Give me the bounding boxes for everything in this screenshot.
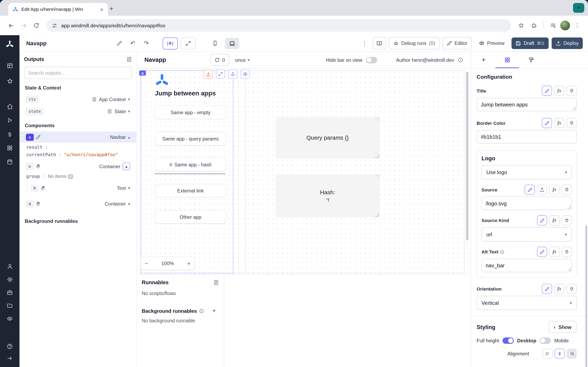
search-outputs-input[interactable]: [24, 67, 132, 79]
source-kind-select[interactable]: url ▾: [481, 227, 572, 242]
query-params-panel[interactable]: Query params {}: [276, 117, 380, 158]
redo-icon[interactable]: ↷: [141, 38, 151, 48]
media-queue-icon[interactable]: [548, 20, 559, 31]
fx-button[interactable]: fx: [549, 247, 560, 257]
fx-button[interactable]: fx: [549, 215, 560, 225]
full-height-toggle[interactable]: [502, 337, 514, 344]
anchor-component-button[interactable]: [228, 70, 237, 79]
rail-settings-icon[interactable]: [7, 275, 13, 284]
component-row-navbar[interactable]: a Navbar ▴: [20, 132, 137, 143]
zoom-in-button[interactable]: +: [187, 260, 190, 267]
connect-plug-button[interactable]: [562, 247, 572, 257]
edit-pencil-button[interactable]: [542, 118, 552, 128]
browser-menu-icon[interactable]: ⋮: [571, 20, 583, 31]
fullsize-component-button[interactable]: [216, 70, 225, 79]
align-right-button[interactable]: [567, 349, 577, 359]
state-row[interactable]: state State ▾: [24, 106, 132, 117]
edit-pencil-button[interactable]: [525, 185, 535, 195]
component-row-container-d[interactable]: d Container ▾: [24, 198, 132, 209]
back-button[interactable]: [5, 20, 17, 31]
rail-favorites-icon[interactable]: [7, 77, 13, 85]
insert-component-tab[interactable]: +: [472, 52, 495, 68]
tab-search-button[interactable]: ▾: [573, 3, 584, 13]
edit-name-pencil-icon[interactable]: [114, 38, 124, 48]
fx-button[interactable]: fx: [554, 86, 564, 96]
rail-apps-table-icon[interactable]: [7, 61, 13, 69]
component-settings-tab[interactable]: [495, 52, 519, 68]
resize-grip[interactable]: [567, 267, 571, 271]
hide-bar-toggle[interactable]: [366, 57, 377, 63]
pencil-icon[interactable]: [36, 135, 40, 139]
nav-link-external[interactable]: External link: [155, 184, 226, 197]
chevron-down-icon[interactable]: ▾: [128, 109, 130, 114]
move-component-button[interactable]: [241, 70, 250, 79]
chevron-down-icon[interactable]: ▾: [128, 201, 130, 206]
hash-panel[interactable]: Hash: "f: [276, 175, 380, 217]
mobile-toggle[interactable]: [540, 337, 551, 344]
edit-pencil-button[interactable]: [537, 215, 547, 225]
fx-button[interactable]: fx: [554, 284, 564, 294]
nav-link-empty[interactable]: Same app - empty: [155, 106, 226, 119]
config-scrollbar[interactable]: [585, 225, 587, 367]
grid-lines-toggle[interactable]: |0|: [163, 37, 178, 49]
expand-component-button[interactable]: [204, 70, 213, 79]
currentpath-line[interactable]: currentPath : "u/henri/navapp#foo": [24, 151, 132, 158]
undo-icon[interactable]: ↶: [127, 38, 138, 48]
chevron-up-icon[interactable]: ▴: [128, 134, 130, 140]
reload-button[interactable]: [31, 20, 42, 31]
add-background-runnable-button[interactable]: +: [209, 306, 219, 316]
app-canvas[interactable]: a Jump between apps Same app - empty Sam…: [137, 68, 471, 274]
nav-link-query-params[interactable]: Same app - query params: [155, 132, 226, 145]
extensions-puzzle-icon[interactable]: [528, 20, 540, 31]
component-row-container-e[interactable]: e Container ▴: [24, 161, 132, 172]
chevron-down-icon[interactable]: ▾: [128, 185, 130, 191]
mobile-view-button[interactable]: [208, 38, 222, 49]
tune-icon[interactable]: [52, 23, 57, 28]
more-menu-icon[interactable]: ⋮: [359, 38, 370, 48]
connect-plug-button[interactable]: [562, 185, 572, 195]
rail-audit-icon[interactable]: [7, 315, 13, 323]
ctx-row[interactable]: ctx App Context ▾: [24, 94, 132, 105]
align-left-button[interactable]: [543, 349, 553, 359]
bookmark-star-icon[interactable]: [516, 20, 527, 31]
rail-home-icon[interactable]: [7, 102, 13, 110]
forward-button[interactable]: [18, 20, 29, 31]
rail-resources-icon[interactable]: [7, 144, 13, 152]
outputs-doc-icon[interactable]: [126, 56, 132, 62]
deploy-button[interactable]: Deploy: [552, 38, 583, 49]
nav-link-hash[interactable]: # Same app - hash: [155, 158, 226, 171]
show-styling-button[interactable]: ‹ Show: [549, 321, 577, 333]
edit-pencil-button[interactable]: [542, 284, 552, 294]
edit-pencil-button[interactable]: [537, 247, 547, 257]
rail-help-icon[interactable]: [7, 342, 13, 350]
source-input[interactable]: [481, 197, 572, 210]
zoom-out-button[interactable]: −: [145, 260, 148, 267]
orientation-select[interactable]: Vertical ▾: [476, 296, 577, 310]
resize-grip[interactable]: [572, 106, 576, 110]
nav-link-other-app[interactable]: Other app: [155, 210, 226, 224]
component-row-text-b[interactable]: b Text ▾: [29, 182, 132, 193]
navbar-selection-outline[interactable]: [141, 70, 233, 273]
runnables-doc-icon[interactable]: [213, 280, 219, 285]
rail-folders-icon[interactable]: [7, 301, 13, 310]
rail-users-icon[interactable]: [7, 262, 13, 270]
chevron-down-icon[interactable]: ▾: [128, 97, 130, 102]
fx-button[interactable]: fx: [549, 185, 560, 195]
new-tab-button[interactable]: +: [107, 4, 116, 14]
upload-button[interactable]: [537, 185, 547, 195]
styling-tab[interactable]: [519, 52, 543, 68]
preview-button[interactable]: Preview: [475, 38, 509, 49]
windmill-logo-icon[interactable]: [6, 40, 14, 49]
editor-tab-button[interactable]: Editor: [443, 37, 472, 50]
connect-plug-button[interactable]: [567, 118, 577, 128]
border-color-input[interactable]: [476, 130, 577, 143]
edit-pencil-button[interactable]: [542, 86, 552, 96]
align-center-button[interactable]: [555, 349, 565, 359]
rail-collapse-icon[interactable]: [7, 354, 13, 363]
fullscreen-canvas-button[interactable]: [181, 37, 196, 49]
collapse-toggle[interactable]: ▴: [123, 162, 130, 170]
docs-book-button[interactable]: [373, 37, 386, 50]
tab-close-icon[interactable]: ×: [98, 6, 105, 13]
fx-button[interactable]: fx: [554, 118, 564, 128]
frequency-dropdown[interactable]: once ▾: [235, 57, 250, 63]
